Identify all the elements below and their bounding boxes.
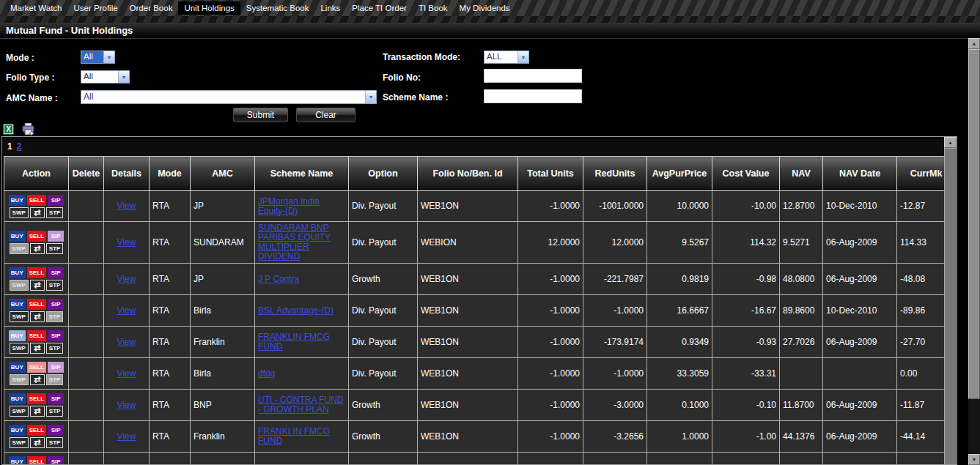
- page-2-link[interactable]: 2: [17, 141, 22, 152]
- buy-button[interactable]: BUY: [9, 393, 26, 404]
- column-header-folio-no-ben-id: Folio No/Ben. Id: [418, 157, 518, 191]
- folio-no-input[interactable]: [484, 69, 582, 83]
- swap-arrows-icon[interactable]: ⇄: [30, 207, 45, 218]
- sell-button[interactable]: SELL: [27, 299, 46, 310]
- nav-item-user-profile[interactable]: User Profile: [68, 1, 124, 15]
- scroll-up-icon[interactable]: ▲: [968, 38, 980, 49]
- swap-arrows-icon[interactable]: ⇄: [30, 311, 45, 322]
- swp-button[interactable]: SWP: [10, 311, 29, 322]
- sell-button[interactable]: SELL: [27, 456, 46, 465]
- table-scrollbar-thumb[interactable]: [944, 148, 957, 465]
- scheme-link[interactable]: J P Contra: [258, 274, 299, 284]
- nav-item-links[interactable]: Links: [314, 1, 346, 15]
- sip-button[interactable]: SIP: [48, 267, 64, 278]
- buy-button[interactable]: BUY: [9, 425, 26, 436]
- swp-button[interactable]: SWP: [10, 406, 29, 417]
- sell-button[interactable]: SELL: [27, 195, 46, 206]
- swap-arrows-icon[interactable]: ⇄: [30, 437, 45, 448]
- swp-button[interactable]: SWP: [10, 343, 29, 354]
- excel-export-icon[interactable]: X: [3, 124, 14, 135]
- chevron-down-icon[interactable]: ▼: [517, 51, 528, 63]
- view-link[interactable]: View: [117, 463, 136, 465]
- buy-button[interactable]: BUY: [9, 231, 26, 242]
- nav-item-ti-book[interactable]: TI Book: [413, 1, 454, 15]
- scheme-link[interactable]: UTI - CONTRA FUND - GROWTH PLAN: [258, 395, 344, 414]
- buy-button[interactable]: BUY: [9, 195, 26, 206]
- sell-button[interactable]: SELL: [27, 231, 46, 242]
- view-link[interactable]: View: [117, 400, 136, 410]
- scroll-down-icon[interactable]: ▼: [968, 454, 980, 465]
- nav-item-market-watch[interactable]: Market Watch: [4, 1, 68, 15]
- stp-button[interactable]: STP: [46, 437, 64, 448]
- page-scrollbar[interactable]: ▲ ▼: [968, 38, 980, 465]
- mode-select[interactable]: All ▼: [81, 51, 115, 64]
- cell-amc: SUNDARAM: [191, 222, 255, 264]
- swap-arrows-icon[interactable]: ⇄: [30, 343, 45, 354]
- scheme-link[interactable]: SUNDARAM BNP PARIBAS EQUITY MULTIPLIER D…: [258, 223, 331, 261]
- stp-button[interactable]: STP: [46, 207, 64, 218]
- nav-item-unit-holdings[interactable]: Unit Holdings: [178, 1, 240, 15]
- chevron-down-icon[interactable]: ▼: [365, 91, 376, 103]
- chevron-down-icon[interactable]: ▼: [118, 71, 129, 83]
- sip-button[interactable]: SIP: [48, 231, 64, 242]
- table-scrollbar[interactable]: ▲: [944, 137, 957, 464]
- sip-button[interactable]: SIP: [48, 330, 64, 341]
- txn-mode-select[interactable]: ALL ▼: [484, 51, 529, 64]
- sell-button[interactable]: SELL: [27, 330, 46, 341]
- swap-arrows-icon[interactable]: ⇄: [30, 406, 45, 417]
- folio-type-select[interactable]: All ▼: [81, 70, 130, 83]
- nav-item-systematic-book[interactable]: Systematic Book: [240, 1, 315, 15]
- page-scrollbar-thumb[interactable]: [968, 49, 980, 399]
- sip-button[interactable]: SIP: [48, 425, 64, 436]
- scroll-up-icon[interactable]: ▲: [944, 137, 957, 148]
- sell-button[interactable]: SELL: [27, 267, 46, 278]
- stp-button[interactable]: STP: [46, 280, 64, 291]
- scheme-link[interactable]: BSL Advantage-(D): [258, 463, 334, 465]
- submit-button[interactable]: Submit: [233, 108, 288, 122]
- view-link[interactable]: View: [117, 237, 136, 248]
- buy-button[interactable]: BUY: [9, 330, 26, 341]
- buy-button[interactable]: BUY: [9, 299, 26, 310]
- buy-button[interactable]: BUY: [9, 362, 26, 373]
- sell-button[interactable]: SELL: [27, 362, 46, 373]
- scheme-link[interactable]: BSL Advantage-(D): [258, 305, 334, 316]
- view-link[interactable]: View: [117, 305, 136, 316]
- view-link[interactable]: View: [117, 337, 136, 347]
- scheme-name-input[interactable]: [484, 89, 582, 103]
- sip-button[interactable]: SIP: [48, 456, 64, 465]
- sip-button[interactable]: SIP: [48, 195, 64, 206]
- sip-button[interactable]: SIP: [48, 299, 64, 310]
- nav-item-my-dividends[interactable]: My Dividends: [454, 1, 516, 15]
- stp-button[interactable]: STP: [46, 343, 64, 354]
- view-link[interactable]: View: [117, 274, 136, 284]
- clear-button[interactable]: Clear: [296, 108, 355, 122]
- cell-total-units: -1.0000: [518, 421, 583, 453]
- scheme-link[interactable]: FRANKLIN FMCG FUND: [258, 332, 330, 351]
- buy-button[interactable]: BUY: [9, 267, 26, 278]
- sell-button[interactable]: SELL: [27, 393, 46, 404]
- scheme-link[interactable]: JPMorgan India Equity-(D): [258, 196, 320, 216]
- amc-name-select[interactable]: All ▼: [81, 90, 377, 104]
- view-link[interactable]: View: [117, 201, 136, 211]
- swp-button[interactable]: SWP: [10, 437, 29, 448]
- print-icon[interactable]: [22, 123, 35, 135]
- swap-arrows-icon[interactable]: ⇄: [30, 374, 45, 385]
- scheme-link[interactable]: dfdg: [258, 368, 275, 379]
- cell-folio: WEB1ON: [418, 453, 518, 465]
- buy-button[interactable]: BUY: [9, 456, 26, 465]
- stp-button[interactable]: STP: [46, 243, 64, 254]
- swap-arrows-icon[interactable]: ⇄: [30, 243, 45, 254]
- sip-button[interactable]: SIP: [48, 362, 64, 373]
- view-link[interactable]: View: [117, 431, 136, 442]
- nav-item-order-book[interactable]: Order Book: [124, 1, 179, 15]
- cell-amc: Franklin: [191, 421, 255, 453]
- swap-arrows-icon[interactable]: ⇄: [30, 280, 45, 291]
- scheme-link[interactable]: FRANKLIN FMCG FUND: [258, 426, 330, 446]
- sip-button[interactable]: SIP: [48, 393, 64, 404]
- view-link[interactable]: View: [117, 368, 136, 379]
- chevron-down-icon[interactable]: ▼: [103, 51, 114, 63]
- nav-item-place-ti-order[interactable]: Place TI Order: [346, 1, 413, 15]
- swp-button[interactable]: SWP: [10, 207, 29, 218]
- stp-button[interactable]: STP: [46, 406, 64, 417]
- sell-button[interactable]: SELL: [27, 425, 46, 436]
